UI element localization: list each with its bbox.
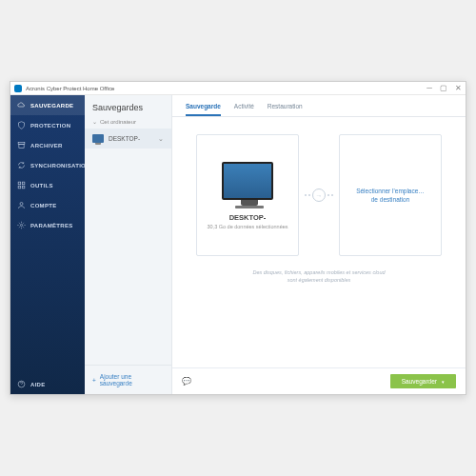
sidebar-item-sauvegarde[interactable]: SAUVEGARDE: [10, 95, 85, 115]
tabs: Sauvegarde Activité Restauration: [172, 95, 466, 117]
save-button[interactable]: Sauvegarder: [390, 374, 456, 388]
svg-point-7: [20, 224, 22, 226]
archive-icon: [17, 141, 26, 149]
source-card[interactable]: DESKTOP- 30,3 Go de données sélectionnée…: [196, 134, 299, 256]
app-body: SAUVEGARDE PROTECTION ARCHIVER SYNCHRONI…: [10, 95, 466, 394]
sidebar-item-archiver[interactable]: ARCHIVER: [10, 135, 85, 155]
maximize-button[interactable]: ▢: [440, 84, 447, 92]
device-item[interactable]: DESKTOP- ⌄: [85, 129, 171, 149]
cloud-icon: [17, 101, 26, 109]
user-icon: [17, 201, 26, 209]
titlebar: Acronis Cyber Protect Home Office ─ ▢ ✕: [10, 82, 466, 95]
sidebar-label: SAUVEGARDE: [30, 103, 73, 109]
sidebar-label: OUTILS: [30, 183, 53, 188]
dest-line2: de destination: [356, 195, 425, 204]
sync-icon: [17, 161, 26, 169]
source-subtitle: 30,3 Go de données sélectionnées: [207, 224, 288, 229]
main-area: Sauvegarde Activité Restauration DESKTOP…: [172, 95, 466, 394]
arrow-connector: →: [305, 188, 333, 202]
sidebar-label: PARAMÈTRES: [30, 223, 73, 228]
add-backup-button[interactable]: + Ajouter une sauvegarde: [85, 365, 171, 394]
sidebar-item-aide[interactable]: AIDE: [10, 374, 85, 394]
help-icon: [17, 380, 26, 388]
window-title: Acronis Cyber Protect Home Office: [26, 86, 426, 91]
gear-icon: [17, 221, 26, 229]
svg-rect-5: [22, 186, 25, 188]
destination-text: Sélectionner l'emplace… de destination: [356, 187, 425, 204]
svg-rect-3: [22, 182, 25, 185]
sidebar-label: SYNCHRONISATION: [30, 163, 90, 169]
sidebar-label: ARCHIVER: [30, 143, 63, 149]
destination-card[interactable]: Sélectionner l'emplace… de destination: [339, 134, 442, 256]
arrow-right-icon: →: [312, 188, 326, 202]
svg-rect-1: [19, 144, 24, 148]
svg-rect-2: [18, 182, 21, 185]
sidebar-label: COMPTE: [30, 203, 56, 208]
dest-line1: Sélectionner l'emplace…: [356, 187, 425, 195]
tab-sauvegarde[interactable]: Sauvegarde: [186, 103, 221, 116]
close-button[interactable]: ✕: [455, 84, 462, 92]
backup-list-panel: Sauvegardes ⌄ Cet ordinateur DESKTOP- ⌄ …: [85, 95, 172, 394]
sidebar-item-protection[interactable]: PROTECTION: [10, 115, 85, 135]
monitor-icon: [92, 134, 104, 143]
cards-row: DESKTOP- 30,3 Go de données sélectionnée…: [196, 134, 442, 256]
window-controls: ─ ▢ ✕: [426, 84, 462, 92]
info-note: Des disques, fichiers, appareils mobiles…: [248, 269, 390, 284]
sidebar-label: PROTECTION: [30, 123, 70, 129]
sidebar-item-synchronisation[interactable]: SYNCHRONISATION: [10, 155, 85, 175]
panel-subheading[interactable]: ⌄ Cet ordinateur: [85, 116, 171, 129]
footer: 💬 Sauvegarder: [172, 367, 466, 394]
add-backup-label: Ajouter une sauvegarde: [100, 373, 164, 387]
svg-rect-4: [18, 186, 21, 188]
device-name: DESKTOP-: [109, 135, 153, 142]
sidebar-item-parametres[interactable]: PARAMÈTRES: [10, 215, 85, 235]
sidebar: SAUVEGARDE PROTECTION ARCHIVER SYNCHRONI…: [10, 95, 85, 394]
tab-restauration[interactable]: Restauration: [268, 103, 303, 116]
panel-subheading-label: Cet ordinateur: [100, 119, 136, 125]
chevron-down-icon: ⌄: [92, 118, 97, 125]
comment-icon[interactable]: 💬: [182, 377, 191, 386]
app-logo-icon: [14, 85, 22, 92]
sidebar-label: AIDE: [30, 382, 46, 387]
panel-heading: Sauvegardes: [85, 95, 171, 116]
minimize-button[interactable]: ─: [426, 84, 432, 92]
grid-icon: [17, 181, 26, 189]
chevron-down-icon: ⌄: [158, 135, 164, 143]
app-window: Acronis Cyber Protect Home Office ─ ▢ ✕ …: [10, 81, 466, 395]
tab-activite[interactable]: Activité: [234, 103, 254, 116]
content: DESKTOP- 30,3 Go de données sélectionnée…: [172, 117, 466, 367]
plus-icon: +: [92, 377, 96, 384]
source-title: DESKTOP-: [229, 213, 267, 222]
sidebar-item-outils[interactable]: OUTILS: [10, 175, 85, 195]
shield-icon: [17, 121, 26, 129]
monitor-large-icon: [222, 162, 273, 200]
svg-point-6: [20, 203, 23, 206]
sidebar-item-compte[interactable]: COMPTE: [10, 195, 85, 215]
